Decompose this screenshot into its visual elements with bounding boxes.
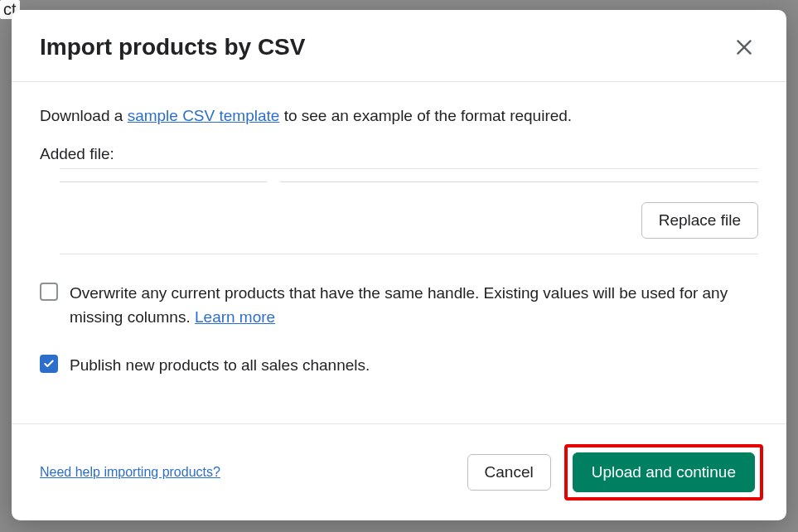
cancel-button[interactable]: Cancel — [467, 454, 551, 491]
modal-title: Import products by CSV — [40, 34, 305, 60]
modal-header: Import products by CSV — [12, 10, 786, 82]
overwrite-option-row: Overwrite any current products that have… — [40, 281, 758, 330]
help-link[interactable]: Need help importing products? — [40, 465, 220, 480]
modal-footer: Need help importing products? Cancel Upl… — [12, 423, 786, 520]
publish-option-text: Publish new products to all sales channe… — [70, 353, 370, 377]
upload-and-continue-button[interactable]: Upload and continue — [573, 452, 755, 492]
file-info-slot — [60, 177, 267, 182]
import-csv-modal: Import products by CSV Download a sample… — [12, 10, 786, 520]
description-after: to see an example of the format required… — [279, 107, 572, 124]
upload-highlight: Upload and continue — [564, 444, 763, 501]
publish-option-row: Publish new products to all sales channe… — [40, 353, 758, 377]
sample-csv-link[interactable]: sample CSV template — [128, 107, 280, 124]
close-button[interactable] — [730, 33, 758, 61]
file-info-slot — [280, 177, 758, 182]
overwrite-text: Overwrite any current products that have… — [70, 284, 728, 326]
added-file-label: Added file: — [40, 145, 758, 163]
replace-file-button[interactable]: Replace file — [641, 202, 758, 239]
overwrite-checkbox[interactable] — [40, 283, 58, 301]
modal-body: Download a sample CSV template to see an… — [12, 82, 786, 423]
description-before: Download a — [40, 107, 128, 124]
options-group: Overwrite any current products that have… — [40, 254, 758, 377]
publish-checkbox[interactable] — [40, 355, 58, 373]
close-icon — [733, 36, 755, 58]
footer-actions: Cancel Upload and continue — [467, 444, 763, 501]
overwrite-option-text: Overwrite any current products that have… — [70, 281, 758, 330]
description-text: Download a sample CSV template to see an… — [40, 107, 758, 125]
check-icon — [43, 358, 55, 370]
learn-more-link[interactable]: Learn more — [195, 308, 275, 326]
file-area: Replace file — [60, 168, 758, 254]
